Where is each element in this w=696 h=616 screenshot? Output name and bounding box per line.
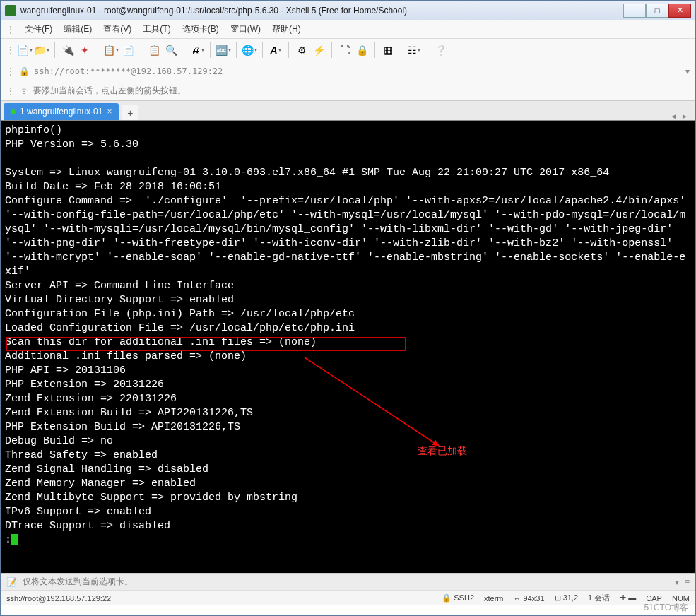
tab-bar: 1 wangruifenglinux-01 × + ◄ ► xyxy=(1,101,695,121)
color-scheme-button[interactable]: 🌐▾ xyxy=(242,43,256,57)
help-button[interactable]: ❔ xyxy=(433,43,447,57)
status-bar: ssh://root@192.168.57.129:22 🔒 SSH2 xter… xyxy=(1,590,695,605)
compose-bar: 📝 仅将文本发送到当前选项卡。 ▾ ≡ xyxy=(1,573,695,590)
menu-tabs[interactable]: 选项卡(B) xyxy=(178,22,223,37)
separator xyxy=(54,42,55,58)
paste-button[interactable]: 📋 xyxy=(147,43,161,57)
cursor xyxy=(11,534,18,545)
grip-icon: ⋮ xyxy=(6,66,15,76)
compose-placeholder[interactable]: 仅将文本发送到当前选项卡。 xyxy=(23,576,133,588)
quick-command-button[interactable]: ⚡ xyxy=(312,43,326,57)
layout-button[interactable]: ☷▾ xyxy=(407,43,421,57)
tab-label: 1 wangruifenglinux-01 xyxy=(20,107,102,117)
status-proto: 🔒 SSH2 xyxy=(442,593,474,603)
reconnect-button[interactable]: 🔌 xyxy=(61,43,75,57)
terminal[interactable]: phpinfo() PHP Version => 5.6.30 System =… xyxy=(1,121,695,573)
status-links: ✚ ▬ xyxy=(620,593,636,603)
close-tab-icon[interactable]: × xyxy=(107,107,112,117)
menu-window[interactable]: 窗口(W) xyxy=(226,22,265,37)
grip-icon: ⋮ xyxy=(6,45,15,55)
info-text: 要添加当前会话，点击左侧的箭头按钮。 xyxy=(33,85,186,97)
print-button[interactable]: 🖨▾ xyxy=(190,43,204,57)
separator xyxy=(331,42,332,58)
terminal-output: phpinfo() PHP Version => 5.6.30 System =… xyxy=(5,124,691,547)
grip-icon: ⋮ xyxy=(6,86,15,96)
send-icon[interactable]: 📝 xyxy=(6,577,17,587)
watermark: 51CTO博客 xyxy=(644,602,688,614)
status-num: NUM xyxy=(672,594,690,603)
status-dot-icon xyxy=(11,109,16,114)
menu-edit[interactable]: 编辑(E) xyxy=(59,22,96,37)
menu-help[interactable]: 帮助(H) xyxy=(268,22,305,37)
separator xyxy=(262,42,263,58)
highlight-button[interactable]: A▾ xyxy=(269,43,283,57)
separator xyxy=(374,42,375,58)
minimize-button[interactable]: ─ xyxy=(623,4,646,18)
separator xyxy=(236,42,237,58)
open-button[interactable]: 📁▾ xyxy=(35,43,49,57)
separator xyxy=(98,42,98,58)
status-term: xterm xyxy=(484,594,504,603)
new-session-button[interactable]: 📄▾ xyxy=(18,43,32,57)
app-icon xyxy=(5,5,16,16)
status-sessions: 1 会话 xyxy=(588,593,610,603)
menu-view[interactable]: 查看(V) xyxy=(99,22,136,37)
address-bar: ⋮ 🔒 ssh://root:********@192.168.57.129:2… xyxy=(1,61,695,81)
transparency-button[interactable]: ▦ xyxy=(381,43,395,57)
tab-nav: ◄ ► xyxy=(666,112,692,120)
add-tab-button[interactable]: + xyxy=(122,105,138,120)
font-button[interactable]: 🔤▾ xyxy=(216,43,230,57)
lock-icon: 🔒 xyxy=(19,66,30,76)
script-button[interactable]: ⚙ xyxy=(295,43,309,57)
toolbar: ⋮ 📄▾ 📁▾ 🔌 ✦ 📋▾ 📄 📋 🔍 🖨▾ 🔤▾ 🌐▾ A▾ ⚙ ⚡ ⛶ 🔒… xyxy=(1,39,695,61)
menu-bar: ⋮ 文件(F) 编辑(E) 查看(V) 工具(T) 选项卡(B) 窗口(W) 帮… xyxy=(1,20,695,39)
chevron-down-icon[interactable]: ▾ xyxy=(675,577,679,587)
separator xyxy=(141,42,141,58)
properties-button[interactable]: 📋▾ xyxy=(104,43,118,57)
separator xyxy=(184,42,184,58)
fullscreen-button[interactable]: ⛶ xyxy=(338,43,352,57)
chevron-down-icon[interactable]: ▾ xyxy=(685,66,690,76)
status-caps: CAP xyxy=(646,594,662,603)
tab-next-icon[interactable]: ► xyxy=(681,112,688,120)
separator xyxy=(427,42,427,58)
status-pos: ⊞ 31,2 xyxy=(555,593,578,603)
disconnect-button[interactable]: ✦ xyxy=(78,43,92,57)
session-tab[interactable]: 1 wangruifenglinux-01 × xyxy=(4,103,119,120)
menu-tools[interactable]: 工具(T) xyxy=(138,22,175,37)
menu-icon[interactable]: ≡ xyxy=(685,577,690,587)
maximize-button[interactable]: □ xyxy=(646,4,668,18)
tab-prev-icon[interactable]: ◄ xyxy=(670,112,677,120)
close-button[interactable]: ✕ xyxy=(668,4,691,18)
find-button[interactable]: 🔍 xyxy=(164,43,178,57)
arrow-icon[interactable]: ⇪ xyxy=(20,86,28,96)
status-connection: ssh://root@192.168.57.129:22 xyxy=(6,594,111,603)
window-title: wangruifenglinux-01 - root@wangruifeng-0… xyxy=(20,6,623,16)
grip-icon: ⋮ xyxy=(6,25,15,35)
separator xyxy=(401,42,401,58)
lock-button[interactable]: 🔒 xyxy=(355,43,369,57)
separator xyxy=(288,42,289,58)
copy-button[interactable]: 📄 xyxy=(121,43,135,57)
separator xyxy=(210,42,211,58)
status-size: ↔ 94x31 xyxy=(514,594,545,603)
address-input[interactable]: ssh://root:********@192.168.57.129:22 xyxy=(34,66,681,76)
menu-file[interactable]: 文件(F) xyxy=(20,22,57,37)
window-titlebar: wangruifenglinux-01 - root@wangruifeng-0… xyxy=(1,1,695,20)
info-bar: ⋮ ⇪ 要添加当前会话，点击左侧的箭头按钮。 xyxy=(1,81,695,101)
